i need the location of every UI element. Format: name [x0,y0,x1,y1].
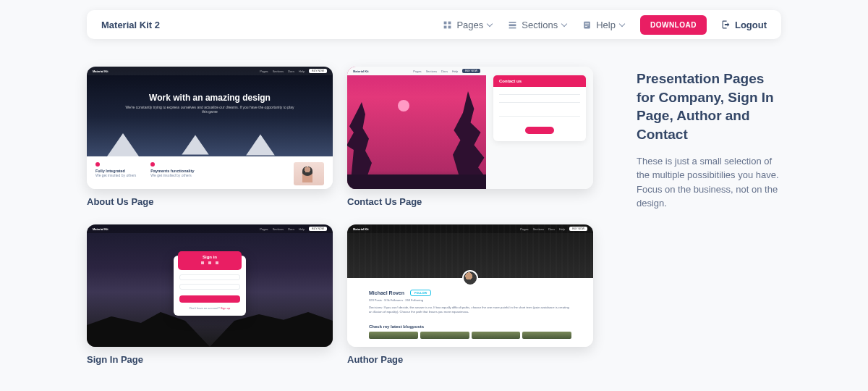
section-heading: Presentation Pages for Company, Sign In … [637,70,781,144]
card-author[interactable]: Material KitPagesSectionsDocsHelpBUY NOW… [347,224,593,365]
svg-rect-0 [444,21,447,24]
avatar [462,270,478,286]
svg-rect-1 [448,21,451,24]
nav-sections-label: Sections [522,20,558,30]
brand[interactable]: Material Kit 2 [101,20,160,30]
svg-rect-9 [585,24,589,25]
dashboard-icon [443,20,452,30]
thumbnail-contact-us: Material KitPagesSectionsDocsHelpBUY NOW… [347,67,593,189]
section-description: These is just a small selection of the m… [637,154,781,211]
card-title: Author Page [347,354,593,365]
content: Material KitPagesSectionsDocsHelpBUY NOW… [0,39,868,365]
svg-rect-5 [509,24,516,26]
view-day-icon [508,20,517,30]
nav-pages-label: Pages [456,20,483,30]
thumbnail-sign-in: Material KitPagesSectionsDocsHelpBUY NOW… [87,224,333,347]
card-sign-in[interactable]: Material KitPagesSectionsDocsHelpBUY NOW… [87,224,333,365]
chevron-down-icon [487,20,493,26]
svg-rect-3 [448,25,451,28]
logout-button[interactable]: Logout [721,20,767,30]
logout-label: Logout [735,20,767,30]
card-title: Contact Us Page [347,196,593,207]
nav-help[interactable]: Help [582,20,624,30]
svg-rect-4 [509,22,516,23]
chevron-down-icon [619,20,625,26]
navbar: Material Kit 2 Pages Sections Help DOWNL… [87,10,781,39]
svg-rect-10 [585,26,587,27]
download-button[interactable]: DOWNLOAD [640,15,707,35]
card-contact-us[interactable]: Material KitPagesSectionsDocsHelpBUY NOW… [347,67,593,207]
thumbnail-author: Material KitPagesSectionsDocsHelpBUY NOW… [347,224,593,347]
card-title: Sign In Page [87,354,333,365]
nav-pages[interactable]: Pages [443,20,492,30]
cards-grid: Material KitPagesSectionsDocsHelpBUY NOW… [87,67,593,365]
sidebar-info: Presentation Pages for Company, Sign In … [637,67,781,365]
nav-help-label: Help [596,20,616,30]
article-icon [582,20,592,30]
nav-sections[interactable]: Sections [508,20,566,30]
card-title: About Us Page [87,196,333,207]
svg-rect-2 [444,25,447,28]
logout-icon [721,20,731,30]
card-about-us[interactable]: Material KitPagesSectionsDocsHelpBUY NOW… [87,67,333,207]
chevron-down-icon [561,20,567,26]
svg-rect-8 [585,22,589,23]
svg-rect-6 [509,27,516,28]
thumbnail-about-us: Material KitPagesSectionsDocsHelpBUY NOW… [87,67,333,189]
